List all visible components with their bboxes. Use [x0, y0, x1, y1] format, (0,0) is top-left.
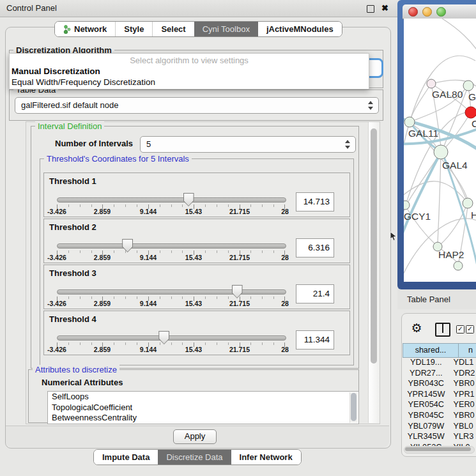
threshold-slider-track[interactable]: [57, 289, 286, 295]
table-horizontal-scrollbar-thumb[interactable]: [405, 447, 471, 451]
table-row[interactable]: YDL19...YDL1: [403, 358, 476, 369]
table-data-combobox[interactable]: galFiltered.sif default node: [15, 97, 379, 114]
scale-label: 9.144: [140, 254, 157, 261]
attribute-item[interactable]: BetweennessCentrality: [48, 413, 358, 424]
attribute-item[interactable]: SelfLoops: [48, 392, 358, 403]
scale-label: 21.715: [229, 300, 250, 307]
threshold-slider-track[interactable]: [57, 335, 286, 341]
threshold-slider-track[interactable]: [57, 243, 286, 249]
table-row[interactable]: YLR345WYLR3: [403, 432, 476, 443]
minor-tick: [273, 204, 274, 207]
minor-tick: [182, 250, 183, 253]
table-row[interactable]: YBR043CYBR0: [403, 379, 476, 390]
table-horizontal-scrollbar[interactable]: [404, 446, 475, 454]
scale-label: 15.43: [185, 208, 202, 215]
network-node-gal80[interactable]: [427, 79, 436, 88]
minor-tick: [273, 296, 274, 299]
minor-tick: [205, 342, 206, 345]
table-data-combobox-value: galFiltered.sif default node: [21, 98, 118, 113]
cell-name: YBR0: [450, 411, 476, 422]
tab-style[interactable]: Style: [115, 22, 152, 36]
network-canvas[interactable]: GAL80GCGAL11GAL4GCY1HHAP2: [404, 19, 476, 282]
table-row[interactable]: YBR045CYBR0: [403, 411, 476, 422]
minor-tick: [182, 296, 183, 299]
network-node-gal11[interactable]: [404, 117, 415, 127]
network-view-window: GAL80GCGAL11GAL4GCY1HHAP2: [397, 0, 476, 289]
slider-scale-labels: -3.4262.8599.14415.4321.71528: [57, 300, 285, 307]
gear-icon[interactable]: ⚙: [410, 321, 424, 335]
minor-tick: [217, 204, 217, 207]
close-traffic-light-icon[interactable]: [408, 7, 418, 17]
thresholds-group-title: Threshold's Coordinates for 5 Intervals: [44, 154, 192, 164]
scale-label: 21.715: [229, 254, 250, 261]
minimize-traffic-light-icon[interactable]: [422, 7, 432, 17]
network-node-gcy1[interactable]: [404, 201, 410, 210]
table-row[interactable]: YBL079WYBL0: [403, 422, 476, 433]
tab-network[interactable]: Network: [55, 22, 115, 36]
minor-tick: [250, 204, 251, 207]
tab-label: Infer Network: [240, 452, 293, 462]
tab-select[interactable]: Select: [152, 22, 194, 36]
network-node-gal4[interactable]: [434, 145, 448, 159]
number-of-intervals-combobox[interactable]: 5: [140, 136, 356, 153]
cell-shared-name: YBR043C: [403, 379, 450, 390]
checkbox-icon[interactable]: ✓: [466, 325, 474, 334]
table-panel-title: Table Panel: [407, 289, 450, 309]
numerical-attributes-list[interactable]: SelfLoopsTopologicalCoefficientBetweenne…: [47, 391, 359, 424]
minor-tick: [114, 204, 114, 207]
table-row[interactable]: YER054CYER0: [403, 400, 476, 411]
column-header-shared-name[interactable]: shared...: [403, 343, 459, 358]
close-icon[interactable]: ✖: [381, 0, 388, 17]
minor-tick: [125, 342, 126, 345]
apply-button[interactable]: Apply: [173, 429, 217, 444]
network-node-h[interactable]: [463, 198, 473, 208]
tab-label: Network: [74, 24, 107, 34]
table-row[interactable]: YPR145WYPR1: [403, 390, 476, 401]
attributes-scrollbar-thumb[interactable]: [351, 393, 357, 421]
threshold-panel-3: Threshold 3-3.4262.8599.14415.4321.71528…: [43, 265, 350, 309]
tab-label: Discretize Data: [166, 452, 222, 462]
network-node[interactable]: [454, 261, 463, 270]
table-row[interactable]: YDR27...YDR2: [403, 369, 476, 380]
float-window-icon[interactable]: [367, 5, 374, 13]
threshold-slider-track[interactable]: [57, 197, 286, 203]
dropdown-option-equal-width-frequency[interactable]: Equal Width/Frequency Discretization: [12, 77, 155, 87]
network-node-g[interactable]: [463, 81, 473, 91]
threshold-value-field[interactable]: 21.4: [296, 284, 334, 303]
minor-tick: [68, 296, 69, 299]
split-table-icon[interactable]: [435, 323, 450, 337]
scale-label: 2.859: [94, 300, 111, 307]
threshold-value-field[interactable]: 11.344: [296, 330, 334, 349]
minor-tick: [171, 342, 172, 345]
threshold-value-field[interactable]: 14.713: [296, 192, 334, 211]
cell-shared-name: YDR27...: [403, 369, 450, 380]
zoom-traffic-light-icon[interactable]: [436, 7, 446, 17]
threshold-label: Threshold 4: [49, 314, 96, 324]
minor-tick: [137, 250, 137, 253]
tab-jactivemnodules[interactable]: jActiveMNodules: [258, 22, 342, 36]
threshold-value-field[interactable]: 6.316: [296, 238, 334, 257]
column-header-name[interactable]: n: [458, 343, 476, 358]
tab-impute-data[interactable]: Impute Data: [94, 450, 158, 464]
scale-label: 2.859: [94, 254, 111, 261]
attributes-scrollbar[interactable]: [349, 392, 358, 423]
tab-cyni-toolbox[interactable]: Cyni Toolbox: [194, 22, 258, 36]
attribute-item[interactable]: TopologicalCoefficient: [48, 403, 358, 413]
table-rows: YDL19...YDL1YDR27...YDR2YBR043CYBR0YPR14…: [403, 358, 476, 446]
settings-scrollbar[interactable]: [368, 122, 380, 423]
dropdown-option-manual-discretization[interactable]: Manual Discretization: [12, 66, 100, 76]
cell-shared-name: YBL079W: [403, 422, 450, 433]
cell-name: YBR0: [450, 379, 476, 390]
minor-tick: [273, 342, 274, 345]
node-label-gcy1: GCY1: [404, 211, 431, 222]
tab-discretize-data[interactable]: Discretize Data: [158, 450, 231, 464]
control-panel-tabbar: NetworkStyleSelectCyni ToolboxjActiveMNo…: [54, 21, 342, 37]
scale-label: 28: [281, 208, 289, 215]
minor-tick: [228, 250, 229, 253]
settings-scrollbar-thumb[interactable]: [371, 128, 377, 364]
minor-tick: [137, 204, 137, 207]
network-node-c[interactable]: [465, 107, 476, 118]
tab-infer-network[interactable]: Infer Network: [231, 450, 301, 464]
threshold-panel-1: Threshold 1-3.4262.8599.14415.4321.71528…: [43, 173, 350, 217]
checkbox-icon[interactable]: ✓: [456, 325, 464, 334]
